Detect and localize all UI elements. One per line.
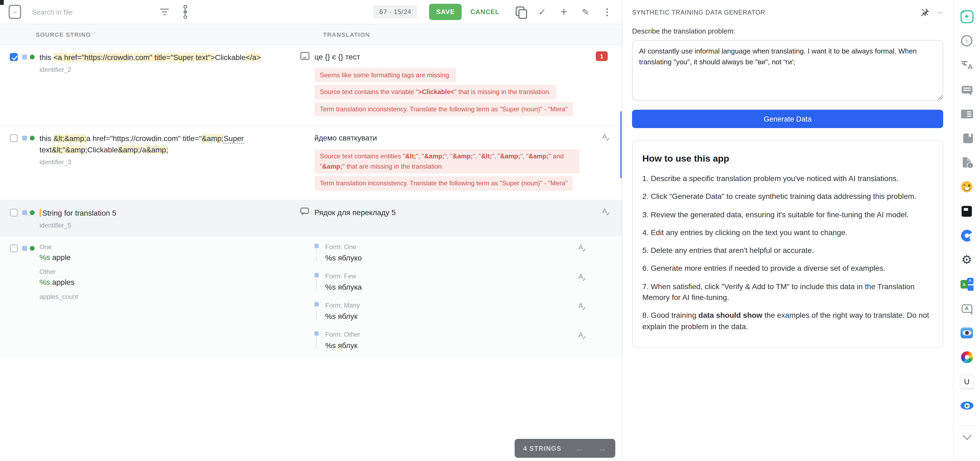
status-square-icon bbox=[22, 55, 27, 59]
strings-count-label: 4 STRINGS bbox=[523, 445, 562, 452]
translation-text[interactable]: йдемо святкувати bbox=[314, 133, 598, 144]
describe-label: Describe the translation problem: bbox=[632, 27, 943, 35]
save-button[interactable]: SAVE bbox=[429, 4, 461, 20]
sidebar-item-glossary[interactable] bbox=[953, 126, 980, 150]
comment-icon[interactable] bbox=[300, 208, 309, 214]
editor-scrollbar[interactable] bbox=[620, 111, 622, 178]
sort-order-icon[interactable] bbox=[178, 5, 192, 19]
color-wheel-icon bbox=[961, 351, 973, 363]
source-cell: String for translation 5 identifier_5 bbox=[0, 201, 295, 236]
form-marker-icon bbox=[314, 331, 319, 336]
string-row[interactable]: this <a href="https://crowdin.com" title… bbox=[0, 45, 622, 126]
spellcheck-icon[interactable]: A✓ bbox=[579, 272, 587, 281]
string-row[interactable]: One %s apple Other %s apples apples_coun… bbox=[0, 236, 622, 357]
translation-cell[interactable]: Рядок для перекладу 5 A✓ bbox=[314, 201, 622, 236]
form-marker-icon bbox=[314, 302, 319, 306]
plural-form-translation[interactable]: Form: One %s яблуко A✓ bbox=[316, 243, 598, 262]
sidebar-chevron-down-icon[interactable] bbox=[962, 431, 971, 440]
translation-text[interactable]: це {} є {} тест bbox=[314, 52, 598, 62]
sidebar-item-ai-generator[interactable]: ✦✦ bbox=[953, 4, 980, 29]
spellcheck-icon[interactable]: A✓ bbox=[602, 133, 611, 141]
string-identifier: apples_count bbox=[40, 293, 78, 301]
sidebar-item-grammar-app[interactable]: A bbox=[953, 296, 980, 320]
next-page-icon[interactable]: → bbox=[598, 444, 607, 453]
search-input[interactable] bbox=[31, 7, 136, 16]
sidebar-item-translate[interactable]: A bbox=[953, 53, 980, 77]
sidebar-item-context[interactable] bbox=[953, 101, 980, 126]
howto-step: 7. When satisfied, click "Verify & Add t… bbox=[642, 281, 933, 303]
string-row[interactable]: String for translation 5 identifier_5 Ря… bbox=[0, 201, 622, 236]
copy-source-icon[interactable] bbox=[514, 5, 528, 19]
app-root: − 67 · 15/24 SAVE CANCEL ✓ + ✎ ⋮ SOURCE … bbox=[0, 0, 980, 461]
form-translation-text[interactable]: %s яблук bbox=[325, 341, 598, 350]
source-cell: this &lt;&amp;a href="https://crowdin.co… bbox=[0, 126, 295, 200]
plural-form-value: %s apple bbox=[40, 253, 78, 261]
spellcheck-icon[interactable]: A✓ bbox=[579, 301, 587, 310]
sidebar-item-gear-app[interactable]: ⚙ bbox=[953, 247, 980, 272]
source-string-text[interactable]: String for translation 5 bbox=[40, 208, 116, 219]
notebook-icon bbox=[962, 206, 972, 217]
grammar-bubble-icon: A bbox=[961, 304, 972, 313]
form-translation-text[interactable]: %s яблука bbox=[325, 283, 598, 291]
sidebar-item-machine-translation-app[interactable]: aA bbox=[953, 272, 980, 296]
form-translation-text[interactable]: %s яблук bbox=[325, 312, 598, 320]
spellcheck-icon[interactable]: A✓ bbox=[579, 243, 587, 252]
plural-form-translation[interactable]: Form: Many %s яблук A✓ bbox=[316, 301, 598, 320]
sidebar-item-comments[interactable] bbox=[953, 77, 980, 101]
u-app-icon: U bbox=[960, 374, 974, 388]
spellcheck-icon[interactable]: A✓ bbox=[579, 331, 587, 339]
more-menu-icon[interactable]: ⋮ bbox=[600, 5, 614, 19]
form-marker-icon bbox=[314, 273, 319, 277]
translation-cell[interactable]: йдемо святкувати Source text contains en… bbox=[314, 126, 622, 200]
translation-text[interactable]: Рядок для перекладу 5 bbox=[314, 208, 598, 218]
screenshot-context-icon[interactable] bbox=[300, 52, 309, 60]
cancel-button[interactable]: CANCEL bbox=[465, 4, 505, 20]
spellcheck-icon[interactable]: A✓ bbox=[602, 207, 611, 215]
qa-issues: Seems like some formatting tags are miss… bbox=[314, 68, 598, 116]
string-row[interactable]: this &lt;&amp;a href="https://crowdin.co… bbox=[0, 126, 622, 201]
string-identifier: identifier_3 bbox=[40, 158, 273, 166]
add-string-icon[interactable]: + bbox=[557, 5, 571, 19]
qa-issues: Source text contains entities "&lt;", "&… bbox=[314, 149, 598, 191]
form-translation-text[interactable]: %s яблуко bbox=[325, 253, 598, 262]
plural-form-translation[interactable]: Form: Few %s яблука A✓ bbox=[316, 272, 598, 291]
edit-icon[interactable]: ✎ bbox=[579, 5, 593, 19]
eye-app-icon bbox=[961, 327, 973, 338]
row-checkbox[interactable] bbox=[10, 134, 18, 143]
chevron-down-icon[interactable] bbox=[935, 7, 945, 18]
problem-textarea[interactable]: AI constantly use informal language when… bbox=[632, 40, 943, 100]
sidebar-item-preview-app[interactable] bbox=[953, 393, 980, 418]
sidebar-item-notebook-app[interactable] bbox=[953, 199, 980, 223]
howto-card: How to use this app 1. Describe a specif… bbox=[632, 140, 943, 348]
qa-count-badge[interactable]: 1 bbox=[596, 51, 608, 61]
sidebar-divider bbox=[959, 425, 975, 426]
status-square-icon bbox=[22, 136, 27, 141]
translation-cell[interactable]: це {} є {} тест Seems like some formatti… bbox=[314, 45, 622, 126]
status-square-icon bbox=[22, 246, 27, 251]
plural-form-translation[interactable]: Form: Other %s яблук A✓ bbox=[316, 331, 598, 350]
row-checkbox[interactable] bbox=[10, 209, 18, 217]
sidebar-item-info[interactable]: i bbox=[953, 29, 980, 53]
filter-icon[interactable] bbox=[158, 5, 172, 19]
status-square-icon bbox=[22, 210, 27, 215]
row-checkbox[interactable] bbox=[10, 53, 18, 61]
sidebar-item-file-info[interactable]: i bbox=[953, 150, 980, 174]
comments-icon bbox=[961, 86, 972, 93]
sidebar-item-emoji-app[interactable] bbox=[953, 174, 980, 199]
sidebar-item-eye-app[interactable] bbox=[953, 320, 980, 345]
sidebar-item-gauge-app[interactable] bbox=[953, 223, 980, 247]
collapse-panel-icon[interactable]: − bbox=[9, 5, 21, 19]
approve-check-icon[interactable]: ✓ bbox=[535, 5, 549, 19]
unpin-icon[interactable] bbox=[920, 7, 930, 18]
editor-pane: − 67 · 15/24 SAVE CANCEL ✓ + ✎ ⋮ SOURCE … bbox=[0, 0, 622, 461]
generate-data-button[interactable]: Generate Data bbox=[632, 110, 943, 128]
sidebar-item-color-wheel-app[interactable] bbox=[953, 345, 980, 369]
sidebar-item-u-app[interactable]: U bbox=[953, 369, 980, 393]
row-checkbox[interactable] bbox=[10, 244, 18, 252]
source-string-text[interactable]: this &lt;&amp;a href="https://crowdin.co… bbox=[40, 133, 273, 155]
gear-icon: ⚙ bbox=[961, 254, 972, 266]
source-string-text[interactable]: this <a href="https://crowdin.com" title… bbox=[40, 52, 261, 63]
prev-page-icon[interactable]: ← bbox=[576, 444, 584, 453]
strings-count-pill[interactable]: 4 STRINGS ← → bbox=[515, 439, 615, 458]
howto-step: 8. Good training data should show the ex… bbox=[642, 310, 933, 332]
